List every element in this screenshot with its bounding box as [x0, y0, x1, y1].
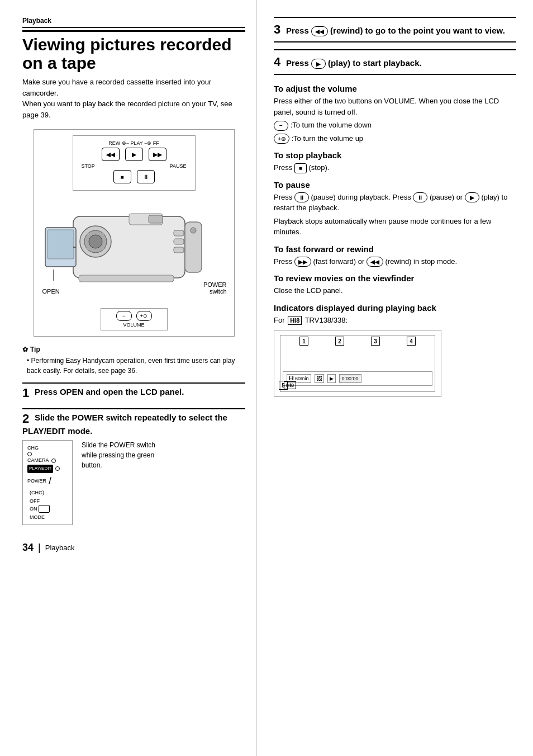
rewind-icon-btn: ◀◀ — [311, 26, 328, 36]
step-4-text: Press ▶ (play) to start playback. — [286, 58, 422, 68]
svg-rect-9 — [174, 230, 184, 236]
ind-num-2: 2 — [335, 337, 344, 346]
stop-playback-heading: To stop playback — [274, 150, 516, 160]
step-2-num: 2 — [22, 412, 29, 426]
play-indicator: ▶ — [327, 374, 336, 383]
step-1-text: Press OPEN and open the LCD panel. — [35, 387, 184, 396]
camcorder-svg — [40, 194, 224, 295]
tip-text: • Performing Easy Handycam operation, ev… — [22, 356, 245, 376]
step-2: 2 Slide the POWER switch repeatedly to s… — [22, 408, 245, 525]
rew-play-ff-label: REW ⊗− PLAY −⊗ FF — [79, 140, 189, 146]
down-arrow: / — [49, 473, 51, 489]
volume-up-item: +⊙ :To turn the volume up — [274, 133, 516, 144]
svg-point-13 — [191, 228, 196, 233]
volume-up-btn: +⊙ — [136, 311, 152, 321]
pause-heading: To pause — [274, 180, 516, 190]
rewind-btn: ◀◀ — [102, 148, 120, 161]
footer-section: Playback — [45, 544, 75, 552]
adjust-volume-heading: To adjust the volume — [274, 84, 516, 93]
time-counter: 0:00:00 — [339, 374, 361, 383]
pause-label: PAUSE — [170, 163, 187, 169]
tape-icon-2: 🖼 — [315, 374, 324, 383]
stop-label: STOP — [82, 163, 95, 169]
volume-label: VOLUME — [106, 322, 163, 328]
play-edit-circle — [55, 466, 60, 471]
power-switch-diagram: CHG CAMERA PLAY/EDIT POWER / (CHG) — [22, 440, 73, 525]
step-3-text: Press ◀◀ (rewind) to go to the point you… — [286, 26, 505, 35]
vol-up-btn-icon: +⊙ — [274, 134, 289, 144]
pause-btn-icon: ⏸ — [137, 170, 155, 183]
step-3-box: 3 Press ◀◀ (rewind) to go to the point y… — [274, 17, 516, 42]
page-title: Viewing pictures recorded on a tape — [22, 30, 245, 72]
volume-buttons: − +⊙ — [106, 311, 163, 321]
svg-point-3 — [89, 235, 102, 248]
controls-row-1: ◀◀ ▶ ▶▶ — [79, 148, 189, 161]
circle-row — [27, 452, 68, 456]
mode-label: MODE — [30, 513, 68, 521]
stop-playback-body: Press ■ (stop). — [274, 162, 516, 173]
controls-row-2: ■ ⏸ — [79, 170, 189, 183]
fast-forward-body: Press ▶▶ (fast forward) or ◀◀ (rewind) i… — [274, 256, 516, 267]
volume-down-item: − :To turn the volume down — [274, 120, 516, 131]
power-row: POWER / — [27, 473, 68, 489]
step-2-content: CHG CAMERA PLAY/EDIT POWER / (CHG) — [22, 440, 245, 525]
camera-circle — [51, 459, 56, 463]
ff-icon-inline: ▶▶ — [294, 257, 311, 267]
ff-btn: ▶▶ — [149, 148, 166, 161]
step-4-num: 4 — [274, 55, 280, 69]
play-edit-row: PLAY/EDIT — [27, 465, 68, 473]
tip-section: ✿ Tip • Performing Easy Handycam operati… — [22, 346, 245, 376]
open-label: OPEN — [42, 288, 60, 295]
rew-icon-inline: ◀◀ — [367, 257, 383, 267]
stop-pause-labels: STOP PAUSE — [79, 163, 189, 169]
svg-rect-8 — [149, 215, 163, 223]
footer-divider: | — [38, 542, 41, 554]
chg-row: CHG — [27, 444, 68, 452]
step-2-side-text: Slide the POWER switch while pressing th… — [82, 440, 171, 470]
step-3-num: 3 — [274, 22, 280, 36]
intro-line-2: When you want to play back the recorded … — [22, 98, 245, 120]
right-column: 3 Press ◀◀ (rewind) to go to the point y… — [257, 0, 533, 756]
step-4-box: 4 Press ▶ (play) to start playback. — [274, 49, 516, 75]
play-btn: ▶ — [125, 148, 143, 161]
indicators-heading: Indicators displayed during playing back — [274, 303, 516, 313]
play-icon-inline: ▶ — [465, 192, 479, 202]
page-number: 34 — [22, 542, 34, 554]
volume-box: − +⊙ VOLUME — [101, 308, 168, 330]
hi8-badge: Hi8 — [288, 316, 302, 325]
power-switch-label: POWERswitch — [203, 281, 227, 295]
controls-box: REW ⊗− PLAY −⊗ FF ◀◀ ▶ ▶▶ STOP PAUSE ■ ⏸ — [73, 135, 196, 191]
indicators-diagram: 1 2 3 4 5 🎞60min 🖼 ▶ 0:00:00 Hi8 — [274, 330, 441, 397]
vol-down-btn-icon: − — [274, 121, 288, 131]
play-icon-btn: ▶ — [311, 59, 326, 69]
review-movies-body: Close the LCD panel. — [274, 285, 516, 296]
indicators-model: For Hi8 TRV138/338: — [274, 315, 516, 326]
page-footer: 34 | Playback — [22, 542, 245, 554]
step-2-text: Slide the POWER switch repeatedly to sel… — [22, 413, 227, 436]
svg-rect-11 — [174, 247, 184, 253]
tip-title: ✿ Tip — [22, 346, 245, 353]
camera-row: CAMERA — [27, 456, 68, 464]
camera-diagram: REW ⊗− PLAY −⊗ FF ◀◀ ▶ ▶▶ STOP PAUSE ■ ⏸ — [34, 129, 235, 337]
on-row: ON — [30, 505, 68, 513]
pause-body: Press ⏸ (pause) during playback. Press ⏸… — [274, 192, 516, 214]
svg-rect-5 — [47, 230, 74, 259]
pause-note: Playback stops automatically when pause … — [274, 216, 516, 238]
review-movies-heading: To review movies on the viewfinder — [274, 273, 516, 283]
svg-rect-14 — [79, 275, 174, 282]
step-1-num: 1 — [22, 386, 29, 400]
fast-forward-heading: To fast forward or rewind — [274, 244, 516, 254]
off-label: OFF — [30, 497, 68, 505]
ind-num-4: 4 — [407, 337, 416, 346]
ind-num-1: 1 — [299, 337, 308, 346]
on-bracket — [39, 505, 50, 513]
camcorder-illustration: OPEN POWERswitch — [40, 194, 230, 306]
hi8-indicator: Hi8 — [284, 381, 296, 389]
chg-circle — [27, 452, 32, 456]
svg-rect-10 — [174, 239, 184, 244]
section-label: Playback — [22, 17, 245, 25]
intro-line-1: Make sure you have a recorded cassette i… — [22, 77, 245, 98]
step-1: 1 Press OPEN and open the LCD panel. — [22, 382, 245, 400]
tip-icon: ✿ — [22, 346, 28, 353]
pause-icon-1: ⏸ — [294, 192, 309, 202]
